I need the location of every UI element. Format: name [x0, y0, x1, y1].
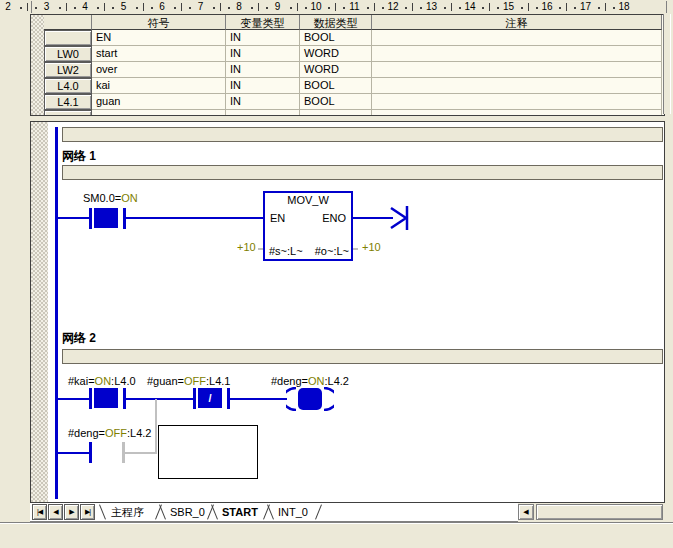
ruler-tick	[297, 3, 298, 11]
ruler-tick	[136, 7, 138, 9]
label-value: ON	[121, 192, 138, 204]
row-data-type[interactable]: WORD	[300, 46, 372, 62]
program-comment-bar[interactable]	[62, 127, 663, 142]
row-address[interactable]: LW0	[44, 46, 92, 62]
hscroll-thumb[interactable]	[536, 504, 663, 520]
row-address[interactable]: L4.1	[44, 94, 92, 110]
label-address: :L4.1	[206, 375, 230, 387]
ruler-number: 2	[5, 1, 11, 12]
box-out-param: #o~:L~	[315, 245, 349, 257]
contact-left-bar	[89, 208, 92, 229]
box-en-pin: EN	[270, 212, 285, 224]
ruler-number: 6	[159, 1, 165, 12]
ruler-tick	[181, 3, 182, 11]
contact-left-bar	[89, 388, 92, 409]
row-address[interactable]: L4.0	[44, 78, 92, 94]
row-comment[interactable]	[372, 62, 662, 78]
box-title: MOV_W	[265, 194, 351, 206]
row-var-type[interactable]	[226, 110, 300, 116]
row-comment[interactable]	[372, 78, 662, 94]
row-var-type[interactable]: IN	[226, 46, 300, 62]
tab-last-button[interactable]: ▶|	[80, 504, 95, 520]
table-selector-strip	[31, 15, 44, 115]
tab-first-button[interactable]: |◀	[32, 504, 47, 520]
ruler-number: 12	[387, 1, 398, 12]
network1-title[interactable]: 网络 1	[62, 148, 96, 165]
row-var-type[interactable]: IN	[226, 94, 300, 110]
tab-prev-button[interactable]: ◀	[48, 504, 63, 520]
row-symbol[interactable]	[92, 110, 226, 116]
ruler-tick	[290, 7, 292, 9]
network1-comment-bar[interactable]	[62, 165, 663, 180]
ruler-number: 8	[236, 1, 242, 12]
label-address: :L4.2	[325, 375, 349, 387]
row-var-type[interactable]: IN	[226, 78, 300, 94]
network2-comment-bar[interactable]	[62, 349, 663, 364]
box-in-value[interactable]: +10	[237, 241, 256, 253]
ruler-number: 7	[198, 1, 204, 12]
tab-int0[interactable]: INT_0	[272, 504, 314, 520]
mov-w-box[interactable]: MOV_W EN ENO #s~:L~ #o~:L~	[263, 191, 353, 261]
contact-label-sm00: SM0.0=ON	[83, 192, 138, 204]
tab-sbr0[interactable]: SBR_0	[164, 504, 211, 520]
ruler-tick	[613, 7, 615, 9]
row-symbol[interactable]: start	[92, 46, 226, 62]
ruler-number: 14	[464, 1, 475, 12]
ruler-tick	[598, 7, 600, 9]
table-scroll-gutter	[663, 14, 671, 114]
contact-left-bar[interactable]	[89, 442, 92, 463]
row-comment[interactable]	[372, 110, 662, 116]
tab-main-program[interactable]: 主程序	[105, 504, 150, 520]
contact-kai[interactable]	[89, 388, 126, 409]
contact-guan-not[interactable]: /	[193, 388, 230, 409]
hscroll-left-button[interactable]: ◀	[518, 504, 534, 520]
row-address[interactable]: LW2	[44, 62, 92, 78]
ruler-tick	[97, 7, 99, 9]
ruler-tick	[66, 3, 67, 11]
ruler-number: 16	[541, 1, 552, 12]
row-data-type[interactable]: BOOL	[300, 94, 372, 110]
row-symbol[interactable]: guan	[92, 94, 226, 110]
row-comment[interactable]	[372, 94, 662, 110]
tab-start[interactable]: START	[216, 504, 264, 520]
ruler-tick	[444, 7, 446, 9]
row-data-type[interactable]: BOOL	[300, 30, 372, 46]
box-out-value[interactable]: +10	[362, 241, 381, 253]
ruler-tick	[559, 7, 561, 9]
network-margin-strip	[31, 122, 48, 502]
table-row: L4.1 guan IN BOOL	[44, 94, 662, 110]
row-address[interactable]	[44, 30, 92, 46]
row-data-type[interactable]: WORD	[300, 62, 372, 78]
ruler-tick	[451, 3, 452, 11]
branch-cursor-hline	[125, 452, 157, 454]
ruler-tick	[497, 7, 499, 9]
header-data-type: 数据类型	[300, 15, 372, 30]
ruler-tick	[412, 3, 413, 11]
plc-editor-window: { "ruler": { "numbers": ["2","3","4","5"…	[0, 0, 673, 548]
row-var-type[interactable]: IN	[226, 30, 300, 46]
ruler-tick	[112, 7, 114, 9]
wire-segment	[126, 398, 193, 400]
row-symbol[interactable]: over	[92, 62, 226, 78]
row-data-type[interactable]: BOOL	[300, 78, 372, 94]
row-symbol[interactable]: kai	[92, 78, 226, 94]
row-symbol[interactable]: EN	[92, 30, 226, 46]
ruler-tick	[151, 7, 153, 9]
tab-next-button[interactable]: ▶	[64, 504, 79, 520]
row-var-type[interactable]: IN	[226, 62, 300, 78]
label-value: ON	[308, 375, 325, 387]
table-header-row: 符号 变量类型 数据类型 注释	[44, 15, 662, 30]
ruler-number: 10	[310, 1, 321, 12]
param-tick	[258, 248, 263, 250]
coil-deng[interactable]	[286, 387, 334, 411]
power-rail	[55, 127, 58, 499]
contact-sm00[interactable]	[89, 208, 126, 229]
row-comment[interactable]	[372, 30, 662, 46]
row-address[interactable]	[44, 110, 92, 116]
edit-cursor-box[interactable]	[158, 425, 258, 479]
row-data-type[interactable]	[300, 110, 372, 116]
contact-label-guan: #guan=OFF:L4.1	[147, 375, 230, 387]
table-row: LW0 start IN WORD	[44, 46, 662, 62]
row-comment[interactable]	[372, 46, 662, 62]
network2-title[interactable]: 网络 2	[62, 330, 96, 347]
